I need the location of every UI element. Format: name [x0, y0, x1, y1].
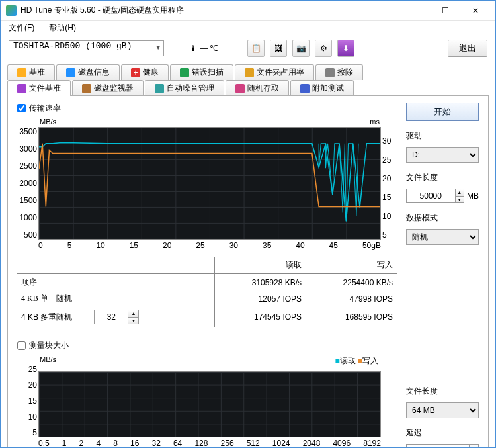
transfer-rate-checkbox[interactable]: 传输速率	[17, 103, 397, 114]
y-axis-right: 30252015105	[382, 127, 395, 240]
tab-label: 文件夹占用率	[257, 67, 304, 78]
x-axis: 05101520253035404550gB	[38, 241, 381, 250]
results-table: 读取写入 顺序3105928 KB/s2254400 KB/s 4 KB 单一随…	[17, 257, 397, 327]
delay-label: 延迟	[406, 427, 479, 439]
folder-icon	[245, 68, 254, 77]
tab-erase[interactable]: 擦除	[315, 64, 363, 80]
file-benchmark-icon	[17, 84, 26, 93]
toolbar: TOSHIBA-RD500 (1000 gB) 🌡 — ℃ 📋 🖼 📷 ⚙ ⬇ …	[1, 35, 495, 62]
tab-label: 磁盘信息	[78, 67, 110, 78]
monitor-icon	[82, 84, 91, 93]
drive-select[interactable]: TOSHIBA-RD500 (1000 gB)	[9, 40, 164, 56]
transfer-rate-check-input[interactable]	[17, 104, 26, 112]
spin-up[interactable]: ▲	[469, 445, 478, 448]
block-size-check-input[interactable]	[17, 341, 26, 350]
scan-icon	[180, 68, 189, 77]
tab-label: 基准	[29, 67, 45, 78]
app-icon	[6, 5, 17, 16]
tab-health[interactable]: +健康	[121, 64, 169, 80]
queue-depth-spinner[interactable]: ▲▼	[94, 310, 139, 324]
aam-icon	[155, 84, 164, 93]
window-title: HD Tune 专业版 5.60 - 硬盘/固态硬盘实用程序	[21, 5, 401, 16]
transfer-chart	[38, 127, 381, 240]
random-icon	[235, 84, 245, 93]
x-axis: 0.512481632641282565121024204840968192	[38, 439, 381, 448]
tab-label: 附加测试	[312, 83, 344, 94]
checkbox-label: 传输速率	[29, 103, 61, 114]
table-row: 顺序3105928 KB/s2254400 KB/s	[17, 274, 397, 291]
delay-input[interactable]	[407, 445, 469, 448]
maximize-button[interactable]: ☐	[431, 1, 460, 20]
file-length-input[interactable]	[407, 189, 455, 202]
copy-info-button[interactable]: 📋	[247, 40, 265, 57]
tab-folder-usage[interactable]: 文件夹占用率	[235, 64, 314, 80]
tab-aam[interactable]: 自动噪音管理	[145, 80, 224, 96]
options-button[interactable]: ⚙	[315, 40, 332, 57]
table-row: 4 KB 单一随机12057 IOPS47998 IOPS	[17, 291, 397, 307]
copy-screenshot-button[interactable]: 🖼	[270, 40, 287, 57]
data-mode-label: 数据模式	[406, 212, 479, 224]
chart-lines	[39, 128, 380, 239]
temp-value: — ℃	[200, 44, 218, 53]
start-button[interactable]: 开始	[406, 103, 479, 121]
menu-help[interactable]: 帮助(H)	[45, 21, 80, 35]
file-length-spinner[interactable]: ▲▼	[406, 189, 464, 203]
block-chart	[38, 371, 381, 437]
table-row: 4 KB 多重随机 ▲▼ 174545 IOPS168595 IOPS	[17, 307, 397, 327]
arrow-down-icon: ⬇	[343, 44, 349, 53]
file-length2-select[interactable]: 64 MB	[406, 402, 479, 418]
tab-error-scan[interactable]: 错误扫描	[170, 64, 233, 80]
delay-spinner[interactable]: ▲▼	[406, 444, 479, 448]
y-unit-left: MB/s	[40, 355, 56, 363]
tab-random-access[interactable]: 随机存取	[226, 80, 289, 96]
file-length-unit: MB	[467, 191, 479, 201]
tab-file-benchmark[interactable]: 文件基准	[7, 80, 71, 96]
temperature-display: 🌡 — ℃	[189, 44, 218, 53]
info-icon	[66, 68, 75, 77]
extra-button[interactable]: ⬇	[337, 40, 354, 57]
close-button[interactable]: ✕	[460, 1, 490, 20]
tab-label: 错误扫描	[192, 67, 224, 78]
y-unit-right: ms	[370, 118, 380, 126]
tab-benchmark[interactable]: 基准	[7, 64, 55, 80]
drive-letter-select[interactable]: D:	[406, 147, 479, 163]
checkbox-label: 测量块大小	[29, 340, 69, 351]
tab-label: 健康	[143, 67, 159, 78]
col-read: 读取	[214, 257, 306, 274]
spin-down[interactable]: ▼	[455, 197, 464, 203]
y-unit-left: MB/s	[40, 118, 56, 126]
spin-down[interactable]: ▼	[128, 318, 138, 324]
tab-label: 自动噪音管理	[167, 83, 214, 94]
queue-depth-input[interactable]	[95, 310, 128, 324]
menu-file[interactable]: 文件(F)	[5, 21, 38, 35]
benchmark-icon	[17, 68, 26, 77]
y-axis-left: 252015105	[19, 365, 37, 437]
tab-extra-tests[interactable]: 附加测试	[290, 80, 354, 96]
tab-label: 擦除	[337, 67, 353, 78]
title-bar: HD Tune 专业版 5.60 - 硬盘/固态硬盘实用程序 ─ ☐ ✕	[1, 1, 495, 21]
clipboard-icon: 📋	[251, 44, 261, 53]
y-axis-left: 350030002500200015001000500	[19, 127, 37, 240]
gear-icon: ⚙	[320, 44, 327, 53]
extra-tests-icon	[300, 84, 310, 93]
save-screenshot-button[interactable]: 📷	[292, 40, 310, 57]
block-size-checkbox[interactable]: 测量块大小	[17, 340, 397, 351]
data-mode-select[interactable]: 随机	[406, 229, 479, 245]
tab-info[interactable]: 磁盘信息	[56, 64, 120, 80]
tab-disk-monitor[interactable]: 磁盘监视器	[72, 80, 144, 96]
minimize-button[interactable]: ─	[401, 1, 431, 20]
spin-up[interactable]: ▲	[455, 189, 464, 197]
spin-up[interactable]: ▲	[128, 310, 138, 318]
menu-bar: 文件(F) 帮助(H)	[1, 21, 495, 35]
file-length-label: 文件长度	[406, 172, 479, 183]
health-icon: +	[131, 68, 140, 77]
col-write: 写入	[306, 257, 397, 274]
tab-content: 传输速率 MB/s ms 350030002500200015001000500…	[7, 95, 489, 448]
exit-button[interactable]: 退出	[448, 40, 487, 57]
image-icon: 🖼	[274, 44, 282, 53]
drive-label: 驱动	[406, 130, 479, 142]
file-length2-label: 文件长度	[406, 386, 479, 397]
tab-label: 磁盘监视器	[94, 83, 134, 94]
legend: ■读取 ■写入	[335, 355, 378, 367]
thermometer-icon: 🌡	[189, 44, 197, 53]
